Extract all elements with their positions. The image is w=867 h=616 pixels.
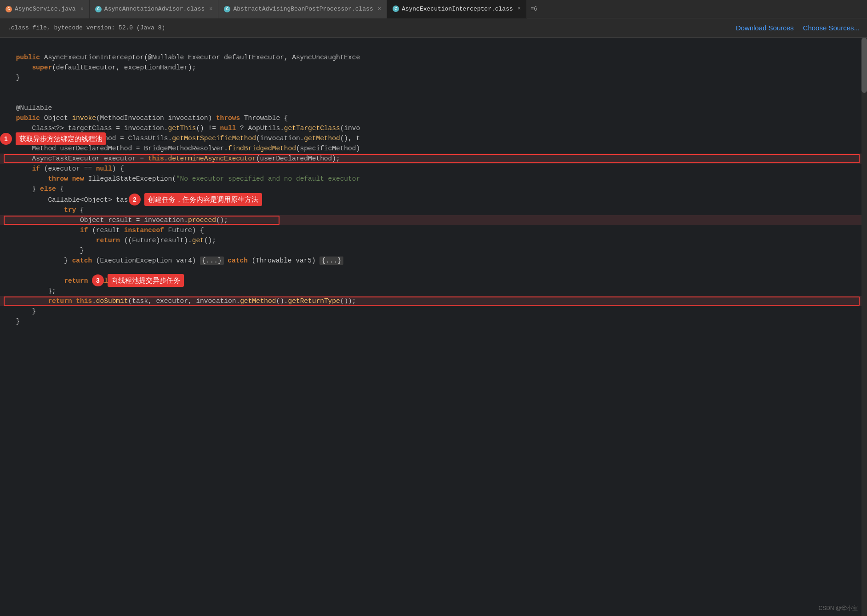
code-line-28: } bbox=[0, 316, 867, 326]
tab-label-abstract-advising-bean: AbstractAdvisingBeanPostProcessor.class bbox=[233, 6, 373, 12]
tab-label-async-service: AsyncService.java bbox=[15, 6, 76, 12]
choose-sources-button[interactable]: Choose Sources... bbox=[803, 24, 860, 32]
annotation-text-3: 向线程池提交异步任务 bbox=[108, 274, 184, 287]
annotation-3: 3 向线程池提交异步任务 bbox=[92, 274, 184, 287]
code-line-6 bbox=[0, 93, 867, 103]
code-line-30 bbox=[0, 337, 867, 347]
code-line-12: AsyncTaskExecutor executor = this.determ… bbox=[0, 154, 867, 164]
class-file-icon-2: C bbox=[224, 6, 230, 12]
annotation-num-2: 2 bbox=[129, 194, 141, 205]
code-line-2: public AsyncExecutionInterceptor(@Nullab… bbox=[0, 52, 867, 63]
vertical-scrollbar[interactable] bbox=[861, 38, 867, 616]
code-line-3: super(defaultExecutor, exceptionHandler)… bbox=[0, 63, 867, 73]
code-line-17: try { bbox=[0, 205, 867, 215]
java-file-icon: C bbox=[6, 6, 12, 12]
close-icon-0[interactable]: × bbox=[80, 6, 84, 12]
code-line-16: Callable<Object> task = () -> { 2 创建任务，任… bbox=[0, 194, 867, 205]
class-file-icon-3: C bbox=[393, 6, 399, 12]
tab-async-execution-interceptor[interactable]: C AsyncExecutionInterceptor.class × bbox=[387, 0, 527, 18]
code-line-18: Object result = invocation.proceed(); bbox=[0, 215, 867, 225]
code-line-1 bbox=[0, 42, 867, 52]
code-line-24: return null; 3 向线程池提交异步任务 bbox=[0, 276, 867, 286]
scrollbar-thumb[interactable] bbox=[861, 38, 867, 93]
code-line-27: } bbox=[0, 306, 867, 316]
download-sources-button[interactable]: Download Sources bbox=[736, 24, 794, 32]
file-info: .class file, bytecode version: 52.0 (Jav… bbox=[7, 24, 165, 31]
annotation-text-2: 创建任务，任务内容是调用原生方法 bbox=[144, 193, 262, 206]
class-file-icon-1: C bbox=[95, 6, 102, 12]
close-icon-2[interactable]: × bbox=[378, 6, 381, 12]
tab-bar: C AsyncService.java × C AsyncAnnotationA… bbox=[0, 0, 867, 18]
code-line-21: } bbox=[0, 245, 867, 256]
tab-async-service[interactable]: C AsyncService.java × bbox=[0, 0, 90, 18]
tab-overflow-label: ≡6 bbox=[530, 6, 537, 12]
tab-abstract-advising-bean[interactable]: C AbstractAdvisingBeanPostProcessor.clas… bbox=[218, 0, 387, 18]
tab-overflow[interactable]: ≡6 bbox=[527, 6, 541, 12]
annotation-2: 2 创建任务，任务内容是调用原生方法 bbox=[129, 193, 262, 206]
code-line-15: } else { bbox=[0, 184, 867, 194]
code-line-19: if (result instanceof Future) { bbox=[0, 225, 867, 235]
code-line-14: throw new IllegalStateException("No exec… bbox=[0, 174, 867, 184]
toolbar: .class file, bytecode version: 52.0 (Jav… bbox=[0, 18, 867, 38]
code-line-29 bbox=[0, 326, 867, 337]
code-line-11: Method userDeclaredMethod = BridgeMethod… bbox=[0, 143, 867, 154]
code-line-26: return this.doSubmit(task, executor, inv… bbox=[0, 296, 867, 306]
code-line-8: public Object invoke(MethodInvocation in… bbox=[0, 113, 867, 123]
code-line-7: @Nullable bbox=[0, 103, 867, 113]
tab-label-async-execution-interceptor: AsyncExecutionInterceptor.class bbox=[402, 6, 513, 12]
annotation-text-1: 获取异步方法绑定的线程池 bbox=[16, 132, 106, 145]
tab-async-annotation-advisor[interactable]: C AsyncAnnotationAdvisor.class × bbox=[90, 0, 219, 18]
code-line-25: }; bbox=[0, 286, 867, 296]
code-line-13: if (executor == null) { bbox=[0, 164, 867, 174]
code-line-20: return ((Future)result).get(); bbox=[0, 235, 867, 245]
code-line-31 bbox=[0, 347, 867, 357]
code-line-4: } bbox=[0, 73, 867, 83]
tab-label-async-annotation-advisor: AsyncAnnotationAdvisor.class bbox=[104, 6, 205, 12]
close-icon-1[interactable]: × bbox=[209, 6, 212, 12]
watermark: CSDN @华小宝 bbox=[818, 605, 858, 612]
toolbar-actions: Download Sources Choose Sources... bbox=[736, 24, 860, 32]
code-content: public AsyncExecutionInterceptor(@Nullab… bbox=[0, 38, 867, 361]
ide-window: C AsyncService.java × C AsyncAnnotationA… bbox=[0, 0, 867, 616]
close-icon-3[interactable]: × bbox=[518, 6, 521, 12]
annotation-1: 1 获取异步方法绑定的线程池 bbox=[0, 132, 106, 145]
code-line-5 bbox=[0, 83, 867, 93]
annotation-num-1: 1 bbox=[0, 133, 12, 145]
code-editor: public AsyncExecutionInterceptor(@Nullab… bbox=[0, 38, 867, 616]
code-line-9: Class<?> targetClass = invocation.getThi… bbox=[0, 123, 867, 133]
code-line-10: Method specificMethod = ClassUtils.getMo… bbox=[0, 133, 867, 143]
code-line-22: } catch (ExecutionException var4) {...} … bbox=[0, 256, 867, 266]
annotation-num-3: 3 bbox=[92, 274, 104, 286]
